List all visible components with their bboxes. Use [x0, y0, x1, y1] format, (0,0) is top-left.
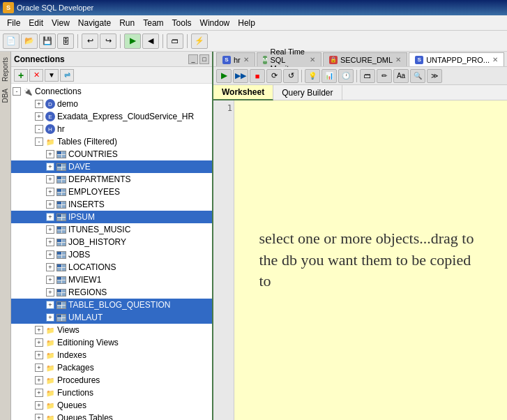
menu-tools[interactable]: Tools	[168, 17, 196, 29]
toggle-mview1[interactable]: +	[46, 276, 54, 284]
explain-button[interactable]: 💡	[305, 69, 320, 83]
toggle-blog-question[interactable]: +	[46, 301, 54, 309]
panel-maximize[interactable]: □	[199, 54, 209, 64]
save-button[interactable]: 💾	[39, 33, 56, 49]
tree-queues-tables[interactable]: + 📁 Queues Tables	[11, 412, 212, 420]
toggle-connections[interactable]: -	[13, 87, 21, 96]
toggle-queues[interactable]: +	[35, 401, 43, 410]
run-script-button[interactable]: ▶▶	[233, 69, 248, 83]
tree-tables-filtered[interactable]: - 📁 Tables (Filtered)	[11, 135, 212, 148]
menu-view[interactable]: View	[47, 17, 74, 29]
toggle-procedures[interactable]: +	[35, 376, 43, 384]
toggle-editioning-views[interactable]: +	[35, 338, 43, 347]
tree-queues[interactable]: + 📁 Queues	[11, 399, 212, 412]
tree-functions[interactable]: + 📁 Functions	[11, 387, 212, 399]
hr-tab[interactable]: S hr ✕	[216, 52, 255, 66]
tree-departments[interactable]: + DEPARTMENTS	[11, 173, 212, 186]
tree-cloud-hr[interactable]: + E Exadata_Express_CloudService_HR	[11, 110, 212, 123]
format-button[interactable]: Aa	[393, 69, 409, 83]
toggle-itunes-music[interactable]: +	[46, 225, 54, 234]
menu-window[interactable]: Window	[196, 17, 234, 29]
tree-job-history[interactable]: + JOB_HISTORY	[11, 236, 212, 248]
undo-button[interactable]: ↩	[82, 33, 98, 49]
toggle-regions[interactable]: +	[46, 288, 54, 297]
rollback-button[interactable]: ↺	[283, 69, 298, 83]
menu-help[interactable]: Help	[234, 17, 259, 29]
tree-locations[interactable]: + LOCATIONS	[11, 261, 212, 273]
tree-table-blog-question[interactable]: + TABLE_BLOG_QUESTION	[11, 299, 212, 311]
open-button[interactable]: 📂	[21, 33, 38, 49]
tree-demo[interactable]: + D demo	[11, 98, 212, 110]
reports-tab[interactable]: Reports	[0, 54, 10, 84]
connect-button[interactable]: ⇌	[60, 69, 74, 82]
toggle-views[interactable]: +	[35, 326, 43, 334]
tree-indexes[interactable]: + 📁 Indexes	[11, 349, 212, 361]
toggle-packages[interactable]: +	[35, 363, 43, 372]
tree-umlaut[interactable]: + UMLAUT	[11, 311, 212, 324]
stop-button[interactable]: ■	[250, 69, 265, 83]
tree-mview1[interactable]: + MVIEW1	[11, 273, 212, 286]
worksheet-tab[interactable]: Worksheet	[213, 85, 273, 100]
more-button[interactable]: ≫	[427, 69, 442, 83]
hr-tab-close[interactable]: ✕	[243, 56, 249, 63]
toggle-job-history[interactable]: +	[46, 238, 54, 246]
menu-run[interactable]: Run	[115, 17, 139, 29]
toggle-demo[interactable]: +	[35, 100, 43, 108]
panel-minimize[interactable]: _	[188, 54, 198, 64]
secure-dml-tab[interactable]: 🔒 SECURE_DML ✕	[323, 52, 407, 66]
tree-regions[interactable]: + REGIONS	[11, 286, 212, 299]
untappd-tab-close[interactable]: ✕	[492, 56, 498, 63]
filter-button[interactable]: ▼	[45, 69, 59, 82]
history-button[interactable]: 🕐	[338, 69, 354, 83]
new-button[interactable]: 📄	[3, 33, 20, 49]
tree-inserts[interactable]: + INSERTS	[11, 198, 212, 211]
tree-procedures[interactable]: + 📁 Procedures	[11, 374, 212, 387]
sql-monitor-tab[interactable]: M Real Time SQL Monitor ✕	[257, 52, 321, 66]
untappd-tab[interactable]: S UNTAPPD_PRO... ✕	[409, 52, 504, 66]
menu-edit[interactable]: Edit	[24, 17, 47, 29]
tree-dave[interactable]: + DAVE	[11, 160, 212, 173]
external-button[interactable]: ⚡	[191, 33, 208, 49]
tree-ipsum[interactable]: + IPSUM	[11, 211, 212, 223]
run-forward-button[interactable]: ▶	[124, 33, 141, 49]
toggle-hr[interactable]: -	[35, 125, 43, 133]
run-statement-button[interactable]: ▶	[216, 69, 232, 83]
tree-countries[interactable]: + COUNTRIES	[11, 148, 212, 160]
tree-connections-root[interactable]: - 🔌 Connections	[11, 85, 212, 98]
tree-hr[interactable]: - H hr	[11, 123, 212, 135]
search-button[interactable]: 🔍	[410, 69, 425, 83]
monitor-tab-close[interactable]: ✕	[310, 56, 315, 63]
toggle-queues-tables[interactable]: +	[35, 414, 43, 420]
tree-views[interactable]: + 📁 Views	[11, 324, 212, 336]
db-connect-sql-button[interactable]: 🗃	[360, 69, 375, 83]
toggle-ipsum[interactable]: +	[46, 213, 54, 221]
menu-file[interactable]: File	[3, 17, 24, 29]
toggle-jobs[interactable]: +	[46, 250, 54, 259]
tree-jobs[interactable]: + JOBS	[11, 248, 212, 261]
commit-button[interactable]: ⟳	[266, 69, 282, 83]
toggle-indexes[interactable]: +	[35, 351, 43, 359]
toggle-inserts[interactable]: +	[46, 200, 54, 209]
toggle-departments[interactable]: +	[46, 175, 54, 183]
toggle-cloud-hr[interactable]: +	[35, 112, 43, 121]
secure-dml-tab-close[interactable]: ✕	[395, 56, 401, 63]
dba-tab[interactable]: DBA	[0, 86, 10, 106]
toggle-functions[interactable]: +	[35, 389, 43, 397]
run-back-button[interactable]: ◀	[142, 33, 159, 49]
toggle-employees[interactable]: +	[46, 188, 54, 196]
menu-team[interactable]: Team	[139, 17, 167, 29]
toggle-locations[interactable]: +	[46, 263, 54, 271]
redo-button[interactable]: ↪	[100, 33, 116, 49]
toggle-umlaut[interactable]: +	[46, 313, 54, 322]
autotrace-button[interactable]: 📊	[321, 69, 337, 83]
tree-itunes-music[interactable]: + ITUNES_MUSIC	[11, 223, 212, 236]
tree-editioning-views[interactable]: + 📁 Editioning Views	[11, 336, 212, 349]
menu-navigate[interactable]: Navigate	[74, 17, 115, 29]
add-connection-button[interactable]: +	[14, 69, 28, 82]
query-builder-tab[interactable]: Query Builder	[273, 85, 342, 100]
tree-employees[interactable]: + EMPLOYEES	[11, 186, 212, 198]
remove-connection-button[interactable]: ✕	[29, 69, 43, 82]
toggle-countries[interactable]: +	[46, 150, 54, 158]
toggle-tables[interactable]: -	[35, 137, 43, 146]
edit-button[interactable]: ✏	[377, 69, 392, 83]
